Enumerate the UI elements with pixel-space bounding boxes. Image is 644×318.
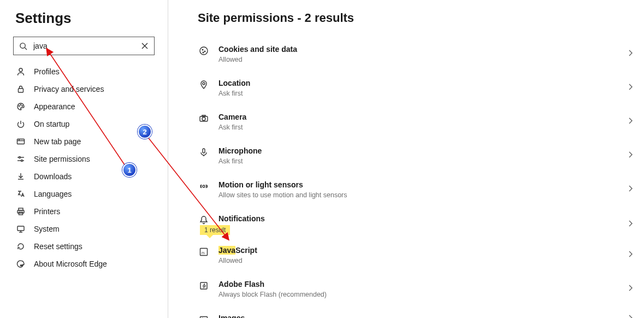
permission-label: Notifications <box>218 214 627 223</box>
svg-point-34 <box>203 185 205 187</box>
chevron-right-icon <box>627 185 634 195</box>
svg-rect-31 <box>202 115 205 116</box>
sidebar-item-label: Printers <box>34 207 60 216</box>
sidebar-title: Settings <box>15 10 168 27</box>
palette-icon <box>15 102 26 111</box>
svg-point-30 <box>202 117 205 121</box>
microphone-icon <box>198 148 210 157</box>
sidebar-item-system[interactable]: System <box>0 220 162 238</box>
permission-camera[interactable]: Camera Ask first <box>198 105 644 139</box>
system-icon <box>15 225 26 233</box>
permission-label: Location <box>218 79 627 87</box>
svg-line-1 <box>25 48 27 50</box>
camera-icon <box>198 114 210 123</box>
permission-label: Microphone <box>218 146 627 155</box>
sidebar-item-label: New tab page <box>34 137 81 146</box>
permission-microphone[interactable]: Microphone Ask first <box>198 139 644 173</box>
permission-list: Cookies and site data Allowed Location A… <box>198 37 644 318</box>
bell-icon <box>198 215 210 225</box>
svg-rect-9 <box>17 139 25 144</box>
flash-icon <box>198 281 210 291</box>
chevron-right-icon <box>627 314 634 318</box>
download-icon <box>15 172 26 181</box>
permission-cookies[interactable]: Cookies and site data Allowed <box>198 37 644 71</box>
lock-icon <box>15 85 26 93</box>
printer-icon <box>15 207 26 216</box>
sidebar-item-reset[interactable]: Reset settings <box>0 238 162 255</box>
clear-search-icon[interactable] <box>140 43 150 49</box>
permission-status: Allowed <box>218 56 627 63</box>
svg-text:JS: JS <box>201 251 205 255</box>
sidebar-item-privacy[interactable]: Privacy and services <box>0 80 162 98</box>
sidebar-item-label: Site permissions <box>34 155 90 163</box>
permission-status: Ask first <box>218 123 627 131</box>
chevron-right-icon <box>627 49 634 59</box>
sliders-icon <box>15 155 26 163</box>
permission-label: Adobe Flash <box>218 280 627 288</box>
chevron-right-icon <box>627 83 634 93</box>
sidebar-item-label: About Microsoft Edge <box>34 260 107 268</box>
sidebar-item-label: System <box>34 225 60 233</box>
svg-point-26 <box>204 51 205 52</box>
svg-point-24 <box>200 47 208 55</box>
sidebar-item-label: Profiles <box>34 67 60 76</box>
search-settings-box[interactable] <box>13 37 155 55</box>
svg-point-14 <box>19 157 21 158</box>
permission-label: Camera <box>218 113 627 121</box>
svg-point-27 <box>203 52 204 53</box>
permission-images[interactable]: Images <box>198 306 644 318</box>
search-input[interactable] <box>32 41 140 51</box>
edge-icon <box>15 260 26 268</box>
permission-flash[interactable]: Adobe Flash Always block Flash (recommen… <box>198 272 644 306</box>
reset-icon <box>15 242 26 251</box>
permission-status: Always block Flash (recommended) <box>218 291 627 298</box>
permission-status: Ask first <box>218 157 627 165</box>
main-content: Site permissions - 2 results Cookies and… <box>168 0 644 318</box>
cookie-icon <box>198 46 210 56</box>
svg-point-25 <box>202 49 203 50</box>
sidebar-item-label: Languages <box>34 190 72 198</box>
sidebar-item-site-permissions[interactable]: Site permissions <box>0 150 162 168</box>
sidebar-item-languages[interactable]: Languages <box>0 185 162 203</box>
sidebar-item-label: On startup <box>34 120 69 128</box>
sidebar-nav: Profiles Privacy and services Appearance… <box>0 63 168 273</box>
sidebar-item-about[interactable]: About Microsoft Edge <box>0 255 162 273</box>
permission-status: Allow sites to use motion and light sens… <box>218 191 627 199</box>
permission-status: Ask first <box>218 90 627 97</box>
permission-status: Allowed <box>218 257 627 264</box>
permission-label: Images <box>218 314 627 318</box>
svg-point-8 <box>22 105 22 106</box>
svg-point-4 <box>19 68 22 72</box>
svg-rect-32 <box>203 149 205 153</box>
search-result-badge: 1 result <box>200 225 230 235</box>
sensor-icon <box>198 181 210 191</box>
permission-notifications[interactable]: Notifications 1 result <box>198 207 644 238</box>
annotation-marker-1: 1 <box>122 163 137 177</box>
js-icon: JS <box>198 247 210 257</box>
svg-point-0 <box>20 43 25 48</box>
svg-point-28 <box>203 83 205 85</box>
sidebar-item-profiles[interactable]: Profiles <box>0 63 162 80</box>
svg-point-6 <box>19 105 19 106</box>
sidebar-item-newtab[interactable]: New tab page <box>0 133 162 150</box>
search-highlight: Java <box>218 246 235 255</box>
permission-motion-sensors[interactable]: Motion or light sensors Allow sites to u… <box>198 173 644 207</box>
sidebar-item-appearance[interactable]: Appearance <box>0 98 162 115</box>
annotation-marker-2: 2 <box>138 125 152 139</box>
permission-label: Cookies and site data <box>218 45 627 54</box>
language-icon <box>15 190 26 198</box>
sidebar-item-label: Downloads <box>34 172 72 181</box>
svg-point-7 <box>20 104 21 105</box>
permission-label: JavaScript <box>218 246 627 255</box>
power-icon <box>15 120 26 128</box>
sidebar-item-printers[interactable]: Printers <box>0 203 162 220</box>
permission-location[interactable]: Location Ask first <box>198 71 644 105</box>
sidebar-item-label: Reset settings <box>34 242 82 251</box>
chevron-right-icon <box>627 151 634 161</box>
location-icon <box>198 80 210 90</box>
settings-sidebar: Settings Profiles Privacy and servi <box>0 0 168 318</box>
sidebar-item-downloads[interactable]: Downloads <box>0 168 162 185</box>
svg-rect-21 <box>17 226 24 231</box>
permission-javascript[interactable]: JS JavaScript Allowed <box>198 238 644 272</box>
page-title: Site permissions - 2 results <box>198 11 644 25</box>
